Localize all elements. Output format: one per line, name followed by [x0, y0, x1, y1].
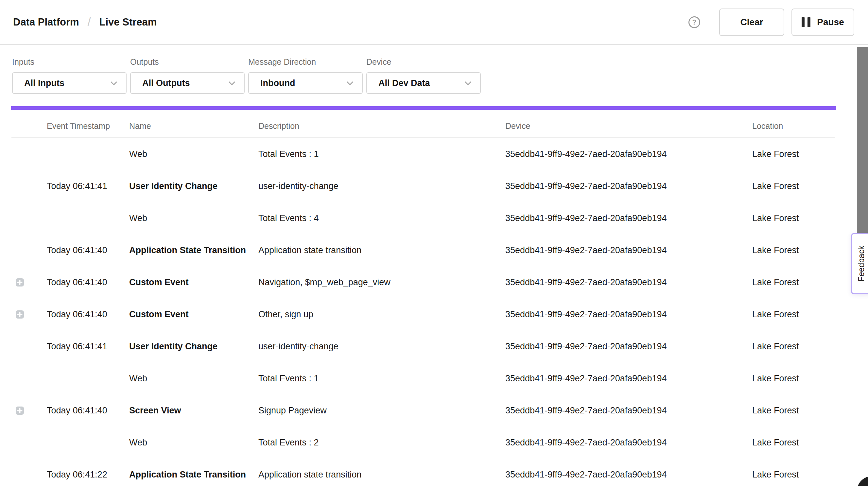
event-description-cell: Other, sign up [258, 309, 505, 320]
event-description-cell: Application state transition [258, 469, 505, 480]
event-location-cell: Lake Forest [752, 245, 835, 255]
breadcrumb: Data Platform / Live Stream [13, 16, 157, 29]
event-description-cell: Application state transition [258, 245, 505, 255]
event-name-cell: Web [129, 373, 258, 384]
event-description-cell: Signup Pageview [258, 405, 505, 416]
event-device-cell: 35eddb41-9ff9-49e2-7aed-20afa90eb194 [505, 149, 752, 159]
filter-inputs-label: Inputs [12, 57, 127, 67]
header-device: Device [505, 121, 752, 131]
expand-row-button[interactable] [16, 406, 24, 415]
event-device-cell: 35eddb41-9ff9-49e2-7aed-20afa90eb194 [505, 437, 752, 448]
feedback-tab[interactable]: Feedback [851, 233, 868, 294]
event-timestamp-cell: Today 06:41:40 [47, 309, 129, 320]
inputs-select-value: All Inputs [24, 78, 64, 88]
table-row[interactable]: Today 06:41:41 User Identity Change user… [11, 330, 835, 362]
pause-button[interactable]: Pause [792, 8, 854, 36]
expand-plus-icon [16, 310, 24, 318]
expand-cell [11, 406, 47, 415]
event-timestamp-cell: Today 06:41:22 [47, 469, 129, 480]
vertical-scrollbar-thumb[interactable] [857, 47, 868, 236]
event-device-cell: 35eddb41-9ff9-49e2-7aed-20afa90eb194 [505, 469, 752, 480]
header-description: Description [258, 121, 505, 131]
event-description-cell: Total Events : 1 [258, 149, 505, 159]
table-row[interactable]: Today 06:41:40 Application State Transit… [11, 234, 835, 266]
message-direction-select[interactable]: Inbound [248, 72, 363, 94]
filter-message-direction-label: Message Direction [248, 57, 363, 67]
event-timestamp-cell: Today 06:41:41 [47, 341, 129, 352]
filter-device-label: Device [366, 57, 481, 67]
chat-bubble-button[interactable] [857, 476, 868, 486]
clear-button[interactable]: Clear [719, 8, 784, 36]
top-bar: Data Platform / Live Stream ? Clear Paus… [0, 0, 868, 45]
message-direction-select-value: Inbound [260, 78, 295, 88]
event-location-cell: Lake Forest [752, 373, 835, 384]
table-row[interactable]: Today 06:41:40 Screen View Signup Pagevi… [11, 394, 835, 426]
event-timestamp-cell: Today 06:41:40 [47, 245, 129, 255]
expand-plus-icon [16, 278, 24, 286]
breadcrumb-section[interactable]: Data Platform [13, 17, 79, 28]
event-name-cell: Application State Transition [129, 245, 258, 255]
table-row[interactable]: Web Total Events : 1 35eddb41-9ff9-49e2-… [11, 362, 835, 394]
expand-row-button[interactable] [16, 310, 24, 318]
device-select-value: All Dev Data [378, 78, 430, 88]
event-name-cell: Web [129, 213, 258, 223]
breadcrumb-page: Live Stream [99, 17, 157, 28]
event-timestamp-cell: Today 06:41:40 [47, 405, 129, 416]
table-row[interactable]: Web Total Events : 1 35eddb41-9ff9-49e2-… [11, 138, 835, 170]
event-name-cell: Screen View [129, 405, 258, 416]
event-name-cell: Custom Event [129, 309, 258, 320]
filter-outputs-label: Outputs [130, 57, 245, 67]
expand-plus-icon [16, 406, 24, 415]
event-name-cell: User Identity Change [129, 341, 258, 352]
event-name-cell: Web [129, 149, 258, 159]
event-device-cell: 35eddb41-9ff9-49e2-7aed-20afa90eb194 [505, 405, 752, 416]
table-row[interactable]: Today 06:41:22 Application State Transit… [11, 458, 835, 486]
event-device-cell: 35eddb41-9ff9-49e2-7aed-20afa90eb194 [505, 341, 752, 352]
clear-button-label: Clear [740, 17, 763, 28]
header-location: Location [752, 121, 835, 131]
table-row[interactable]: Today 06:41:41 User Identity Change user… [11, 170, 835, 202]
table-row[interactable]: Web Total Events : 4 35eddb41-9ff9-49e2-… [11, 202, 835, 234]
live-stream-table: Event Timestamp Name Description Device … [11, 110, 835, 486]
event-timestamp-cell: Today 06:41:41 [47, 181, 129, 191]
event-location-cell: Lake Forest [752, 181, 835, 191]
table-header: Event Timestamp Name Description Device … [11, 110, 835, 138]
device-select[interactable]: All Dev Data [366, 72, 481, 94]
breadcrumb-separator: / [88, 16, 91, 29]
outputs-select-value: All Outputs [142, 78, 190, 88]
outputs-select[interactable]: All Outputs [130, 72, 245, 94]
table-row[interactable]: Today 06:41:40 Custom Event Navigation, … [11, 266, 835, 298]
event-location-cell: Lake Forest [752, 469, 835, 480]
filter-inputs: Inputs All Inputs [12, 57, 127, 94]
help-icon[interactable]: ? [688, 17, 700, 28]
pause-button-label: Pause [817, 17, 844, 28]
event-location-cell: Lake Forest [752, 341, 835, 352]
event-description-cell: user-identity-change [258, 341, 505, 352]
topbar-actions: ? Clear Pause [688, 8, 854, 36]
filter-outputs: Outputs All Outputs [130, 57, 245, 94]
inputs-select[interactable]: All Inputs [12, 72, 127, 94]
header-name: Name [129, 121, 258, 131]
expand-cell [11, 310, 47, 318]
event-description-cell: user-identity-change [258, 181, 505, 191]
filter-device: Device All Dev Data [366, 57, 481, 94]
event-location-cell: Lake Forest [752, 309, 835, 320]
event-device-cell: 35eddb41-9ff9-49e2-7aed-20afa90eb194 [505, 277, 752, 287]
filter-message-direction: Message Direction Inbound [248, 57, 363, 94]
event-location-cell: Lake Forest [752, 437, 835, 448]
chevron-down-icon [110, 81, 117, 85]
event-device-cell: 35eddb41-9ff9-49e2-7aed-20afa90eb194 [505, 245, 752, 255]
event-location-cell: Lake Forest [752, 405, 835, 416]
event-device-cell: 35eddb41-9ff9-49e2-7aed-20afa90eb194 [505, 213, 752, 223]
table-row[interactable]: Today 06:41:40 Custom Event Other, sign … [11, 298, 835, 330]
table-row[interactable]: Web Total Events : 2 35eddb41-9ff9-49e2-… [11, 426, 835, 458]
event-location-cell: Lake Forest [752, 149, 835, 159]
event-description-cell: Total Events : 1 [258, 373, 505, 384]
event-location-cell: Lake Forest [752, 277, 835, 287]
pause-icon [802, 17, 810, 27]
expand-row-button[interactable] [16, 278, 24, 286]
event-device-cell: 35eddb41-9ff9-49e2-7aed-20afa90eb194 [505, 181, 752, 191]
event-description-cell: Total Events : 4 [258, 213, 505, 223]
feedback-tab-label: Feedback [857, 246, 866, 282]
header-event-timestamp: Event Timestamp [47, 121, 129, 131]
